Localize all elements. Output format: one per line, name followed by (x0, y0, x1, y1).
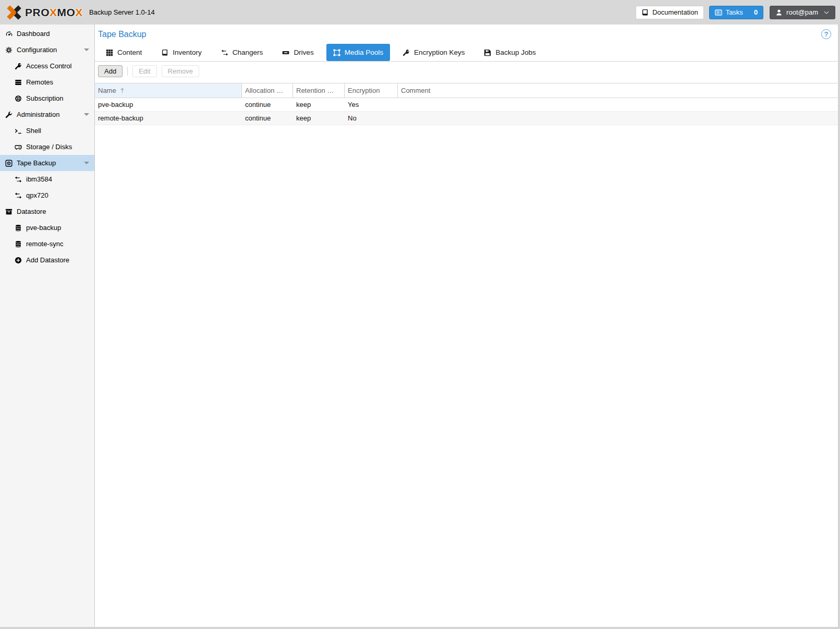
tab-media-pools[interactable]: Media Pools (326, 44, 390, 61)
topbar: PROXMOX Backup Server 1.0-14 Documentati… (0, 0, 840, 25)
user-label: root@pam (786, 8, 818, 16)
cell-encryption: Yes (345, 98, 398, 111)
app-window: PROXMOX Backup Server 1.0-14 Documentati… (0, 0, 840, 629)
server-icon (15, 79, 22, 86)
sidebar-item-label: Storage / Disks (26, 143, 72, 151)
toolbar-divider (127, 67, 128, 76)
wrench-icon (5, 111, 13, 118)
help-icon[interactable]: ? (821, 29, 831, 39)
table-row-pve-backup[interactable]: pve-backupcontinuekeepYes (95, 98, 838, 112)
tachometer-icon (5, 30, 13, 38)
column-header-name[interactable]: Name (95, 83, 242, 98)
collapse-caret-icon (84, 49, 89, 51)
tasks-label: Tasks (726, 8, 743, 16)
tab-label: Encryption Keys (414, 49, 465, 56)
media-pools-grid: NameAllocation …Retention …EncryptionCom… (95, 83, 838, 627)
tab-encryption-keys[interactable]: Encryption Keys (396, 44, 472, 61)
sidebar-item-label: Tape Backup (17, 159, 56, 167)
tab-content[interactable]: Content (99, 44, 149, 61)
sidebar-item-datastore[interactable]: Datastore (0, 203, 94, 220)
tab-backup-jobs[interactable]: Backup Jobs (477, 44, 542, 61)
sidebar-item-access-control[interactable]: Access Control (0, 58, 94, 74)
page-title: Tape Backup (98, 30, 147, 39)
table-row-remote-backup[interactable]: remote-backupcontinuekeepNo (95, 112, 838, 125)
tab-label: Content (117, 49, 142, 56)
tab-bar: ContentInventoryChangersDrivesMedia Pool… (95, 44, 838, 62)
product-version: Backup Server 1.0-14 (89, 8, 155, 16)
terminal-icon (15, 127, 22, 135)
sidebar-item-label: Configuration (17, 46, 57, 54)
sidebar-item-tape-backup[interactable]: Tape Backup (0, 155, 94, 171)
sidebar-item-label: qpx720 (26, 191, 48, 199)
column-header-label: Retention … (296, 87, 334, 94)
exchange-arrows-icon (15, 176, 22, 183)
column-header-allocation[interactable]: Allocation … (242, 83, 293, 98)
tape-drive-icon (282, 49, 289, 56)
remove-button[interactable]: Remove (162, 65, 199, 77)
object-group-icon (333, 49, 340, 56)
sidebar-item-administration[interactable]: Administration (0, 106, 94, 123)
content-panel: Tape Backup ? ContentInventoryChangersDr… (95, 25, 838, 627)
sidebar-item-ibm3584[interactable]: ibm3584 (0, 171, 94, 187)
sidebar-item-label: Datastore (17, 208, 46, 215)
book-icon (641, 9, 649, 16)
collapse-caret-icon (84, 162, 89, 164)
sidebar-item-remote-sync[interactable]: remote-sync (0, 236, 94, 252)
tab-drives[interactable]: Drives (275, 44, 320, 61)
user-menu-button[interactable]: root@pam (770, 6, 835, 19)
proxmox-wordmark: PROXMOX (25, 6, 83, 19)
cell-comment (398, 112, 838, 125)
proxmox-x-mark-icon (5, 4, 23, 21)
cell-allocation: continue (242, 112, 293, 125)
user-icon (775, 9, 783, 16)
tab-changers[interactable]: Changers (214, 44, 270, 61)
sidebar-item-label: Subscription (26, 94, 64, 102)
collapse-caret-icon (84, 113, 89, 116)
grid-body: pve-backupcontinuekeepYesremote-backupco… (95, 98, 838, 125)
sidebar-item-add-datastore[interactable]: Add Datastore (0, 252, 94, 268)
tab-label: Backup Jobs (495, 49, 535, 56)
life-ring-icon (15, 95, 22, 102)
tab-inventory[interactable]: Inventory (154, 44, 209, 61)
sidebar-item-subscription[interactable]: Subscription (0, 90, 94, 106)
edit-button[interactable]: Edit (132, 65, 156, 77)
sidebar-item-storage-disks[interactable]: Storage / Disks (0, 139, 94, 155)
column-header-label: Allocation … (245, 87, 283, 94)
sidebar-item-remotes[interactable]: Remotes (0, 74, 94, 90)
column-header-label: Encryption (348, 87, 380, 94)
sidebar-item-label: ibm3584 (26, 175, 52, 183)
column-header-label: Comment (401, 87, 430, 94)
database-icon (15, 240, 22, 248)
sidebar-item-pve-backup[interactable]: pve-backup (0, 220, 94, 236)
chevron-down-icon (823, 9, 830, 16)
tab-label: Media Pools (345, 49, 383, 56)
sidebar-item-configuration[interactable]: Configuration (0, 42, 94, 58)
sidebar-item-shell[interactable]: Shell (0, 123, 94, 139)
column-header-encryption[interactable]: Encryption (345, 83, 398, 98)
sidebar-item-label: Add Datastore (26, 256, 69, 264)
sidebar-item-dashboard[interactable]: Dashboard (0, 26, 94, 42)
column-header-retention[interactable]: Retention … (293, 83, 345, 98)
gears-icon (5, 46, 13, 54)
database-icon (15, 224, 22, 232)
sidebar-item-qpx720[interactable]: qpx720 (0, 187, 94, 203)
column-header-comment[interactable]: Comment (398, 83, 838, 98)
hdd-icon (15, 143, 22, 151)
tasks-button[interactable]: Tasks 0 (709, 6, 763, 19)
task-list-icon (715, 9, 722, 16)
wordmark-part: PRO (25, 6, 50, 18)
cell-encryption: No (345, 112, 398, 125)
cell-name: remote-backup (95, 112, 242, 125)
documentation-button[interactable]: Documentation (636, 6, 703, 19)
wordmark-part: X (75, 6, 83, 18)
plus-circle-icon (15, 257, 22, 264)
grid-icon (106, 49, 113, 56)
tab-label: Changers (233, 49, 263, 56)
cell-retention: keep (293, 98, 345, 111)
column-header-label: Name (98, 87, 116, 94)
tasks-count-badge: 0 (754, 8, 758, 16)
add-button[interactable]: Add (98, 65, 123, 77)
tab-label: Drives (294, 49, 313, 56)
proxmox-logo: PROXMOX (5, 4, 83, 21)
wordmark-part: MO (57, 6, 76, 18)
